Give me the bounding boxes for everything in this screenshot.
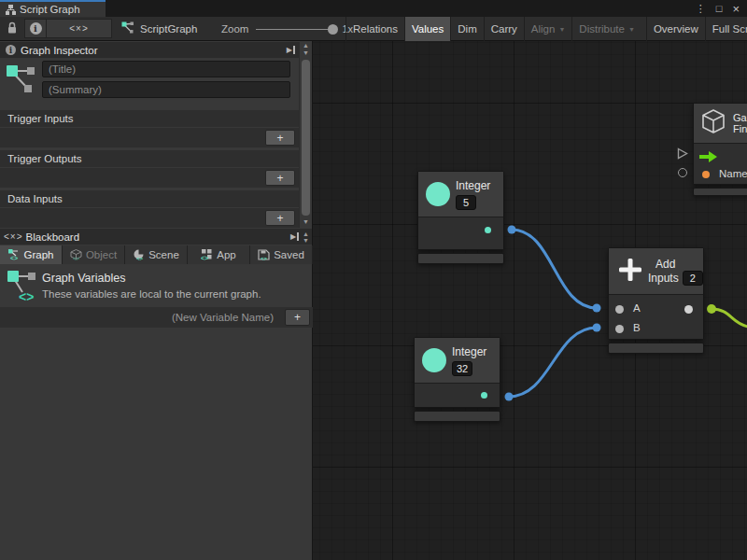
dock-icon[interactable]: ▶ <box>290 232 299 241</box>
inspector-scrollbar[interactable]: ▲ ▼ ▼ <box>299 42 312 228</box>
scroll-up-icon: ▲ <box>303 231 309 237</box>
input-port-b[interactable] <box>615 325 624 333</box>
values-button[interactable]: Values <box>404 17 450 41</box>
wire-endpoint[interactable] <box>593 324 601 332</box>
floppy-save-icon: <> <box>258 249 270 260</box>
dock-icon[interactable]: ▶ <box>287 46 295 54</box>
input-port-a[interactable] <box>615 305 624 314</box>
inputs-count-field[interactable]: 2 <box>683 271 703 286</box>
info-icon: i <box>30 22 42 35</box>
wire-integer32-to-add-b[interactable] <box>509 328 597 397</box>
flow-input-port[interactable] <box>677 147 688 163</box>
scene-icon: <> <box>133 249 145 260</box>
chevron-down-icon: ▼ <box>628 26 635 33</box>
node-integer-5[interactable]: Integer 5 <box>417 171 504 264</box>
new-variable-row: (New Variable Name) + <box>0 307 313 328</box>
name-input-port[interactable] <box>702 171 710 178</box>
graph-summary-input[interactable]: (Summary) <box>42 81 290 98</box>
node-title: Integer <box>452 345 486 358</box>
integer-type-icon <box>422 348 446 372</box>
overview-button[interactable]: Overview <box>646 17 705 41</box>
chevron-down-icon: ▼ <box>558 26 565 33</box>
trigger-inputs-header: Trigger Inputs <box>0 110 299 127</box>
relations-button[interactable]: Relations <box>345 17 404 41</box>
add-trigger-output-button[interactable]: + <box>265 170 295 186</box>
integer-value-field[interactable]: 5 <box>456 195 476 210</box>
integer-output-port[interactable] <box>481 392 487 399</box>
integer-value-field[interactable]: 32 <box>452 361 472 376</box>
wire-endpoint[interactable] <box>508 226 516 234</box>
data-inputs-header: Data Inputs <box>0 190 299 207</box>
tab-scene[interactable]: <> Scene <box>125 245 188 264</box>
graph-breadcrumb[interactable]: ScriptGraph <box>121 17 197 41</box>
tab-title: Script Graph <box>20 4 80 15</box>
data-inputs-list: + <box>0 208 299 228</box>
graph-title-input[interactable]: (Title) <box>42 61 290 77</box>
script-graph-icon <box>121 21 134 37</box>
tab-app[interactable]: <> App <box>188 245 250 264</box>
svg-text:<>: <> <box>201 255 208 261</box>
toolbar-toggle-group: i <×> <box>24 19 112 38</box>
dim-button[interactable]: Dim <box>450 17 483 41</box>
graph-toolbar: i <×> ScriptGraph Zoom 1x Relations Valu… <box>0 17 747 41</box>
node-footer <box>414 411 500 422</box>
node-add[interactable]: Add Inputs 2 A B <box>608 247 704 354</box>
wire-endpoint[interactable] <box>505 393 514 401</box>
value-input-port[interactable] <box>678 168 687 177</box>
zoom-slider[interactable] <box>256 29 334 30</box>
blackboard-toggle-button[interactable]: <×> <box>46 19 112 38</box>
tab-object[interactable]: <> Object <box>63 245 125 264</box>
port-b-label: B <box>633 322 641 333</box>
window-close-icon[interactable]: × <box>732 2 740 16</box>
graph-canvas[interactable]: Integer 5 Integer 32 <box>313 41 747 560</box>
graph-summary-placeholder: (Summary) <box>49 84 102 95</box>
wire-endpoint[interactable] <box>707 304 716 314</box>
window-menu-icon[interactable]: ⋮ <box>696 3 706 15</box>
align-button[interactable]: Align▼ <box>524 17 572 41</box>
window-maximize-icon[interactable]: □ <box>716 3 723 14</box>
fullscreen-button[interactable]: Full Screen <box>705 17 747 41</box>
graph-tab-icon: <> <box>8 249 21 260</box>
add-trigger-input-button[interactable]: + <box>265 130 295 146</box>
node-footer <box>417 253 504 264</box>
inputs-label: Inputs <box>648 272 679 285</box>
graph-hierarchy-icon <box>6 5 16 15</box>
scrollbar-thumb[interactable] <box>302 60 310 216</box>
blackboard-scroll-arrows[interactable]: ▲ ▼ <box>303 231 309 244</box>
node-gameobject-find[interactable]: GameObject Find Name <box>693 103 747 196</box>
node-subtitle: GameObject <box>733 112 747 123</box>
tab-script-graph[interactable]: Script Graph <box>0 0 106 17</box>
app-grid-icon: <> <box>201 249 213 260</box>
scroll-down-icon[interactable]: ▼ <box>303 218 309 226</box>
wire-add-output[interactable] <box>712 309 747 327</box>
distribute-button[interactable]: Distribute▼ <box>571 17 641 41</box>
scroll-up-icon[interactable]: ▲ <box>303 42 309 49</box>
integer-output-port[interactable] <box>485 227 491 233</box>
integer-type-icon <box>426 182 450 206</box>
tab-graph[interactable]: <> Graph <box>0 245 63 264</box>
wire-integer5-to-add-a[interactable] <box>512 230 597 308</box>
node-footer <box>693 188 747 196</box>
inspector-toggle-button[interactable]: i <box>24 19 46 38</box>
svg-text:<>: <> <box>10 255 18 261</box>
blackboard-title: Blackboard <box>26 231 290 243</box>
graph-variables-title: Graph Variables <box>42 272 125 285</box>
add-data-input-button[interactable]: + <box>265 210 295 226</box>
add-output-port[interactable] <box>684 305 693 314</box>
plus-operator-icon <box>616 256 644 287</box>
zoom-slider-handle[interactable] <box>328 24 338 35</box>
tab-saved[interactable]: <> Saved <box>250 245 313 264</box>
graph-title-placeholder: (Title) <box>49 63 76 75</box>
scroll-down-icon: ▼ <box>303 237 309 244</box>
graph-inspector-header: i Graph Inspector ▶ <box>0 42 299 58</box>
svg-text:<>: <> <box>19 289 34 303</box>
carry-button[interactable]: Carry <box>484 17 524 41</box>
node-integer-32[interactable]: Integer 32 <box>414 337 500 422</box>
scroll-down-icon[interactable]: ▼ <box>303 49 309 57</box>
add-variable-button[interactable]: + <box>285 309 310 326</box>
wire-endpoint[interactable] <box>593 304 601 313</box>
new-variable-input[interactable]: (New Variable Name) <box>2 309 281 326</box>
flow-arrow-icon[interactable] <box>699 149 717 166</box>
lock-icon[interactable] <box>7 21 18 38</box>
window-controls: ⋮ □ × <box>696 0 740 17</box>
